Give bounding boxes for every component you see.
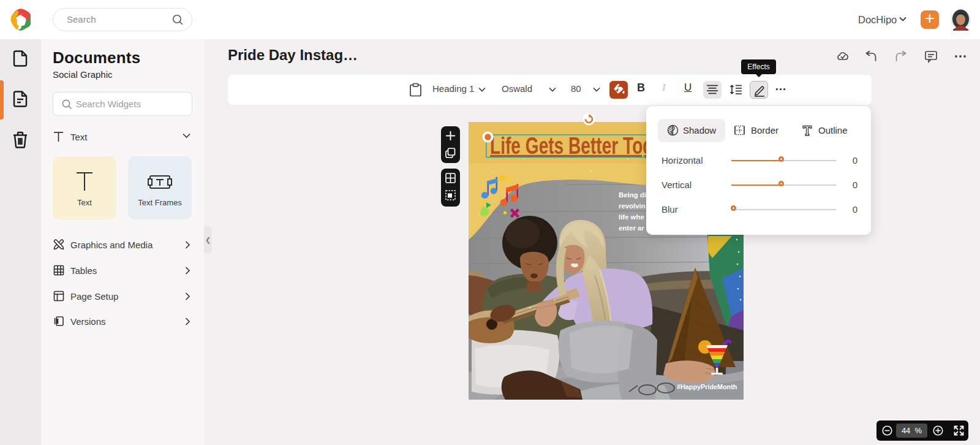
svg-text:enter ar: enter ar: [619, 224, 644, 232]
svg-text:Being di: Being di: [619, 191, 646, 199]
svg-text:#HappyPrideMonth: #HappyPrideMonth: [677, 383, 737, 390]
svg-text:Life Gets Better Toge: Life Gets Better Toge: [490, 132, 663, 158]
svg-text:life whe: life whe: [619, 213, 644, 221]
svg-text:revolvin: revolvin: [619, 202, 646, 210]
